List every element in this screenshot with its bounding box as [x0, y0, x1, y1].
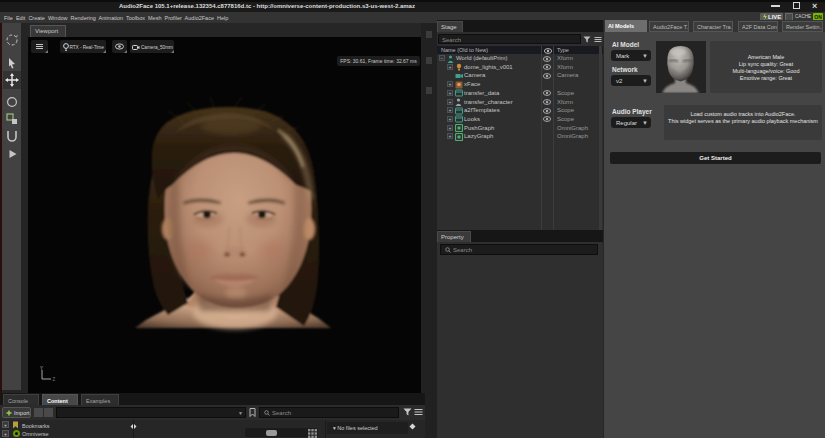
- svg-text:Y: Y: [40, 366, 43, 371]
- svg-text:Z: Z: [53, 377, 56, 382]
